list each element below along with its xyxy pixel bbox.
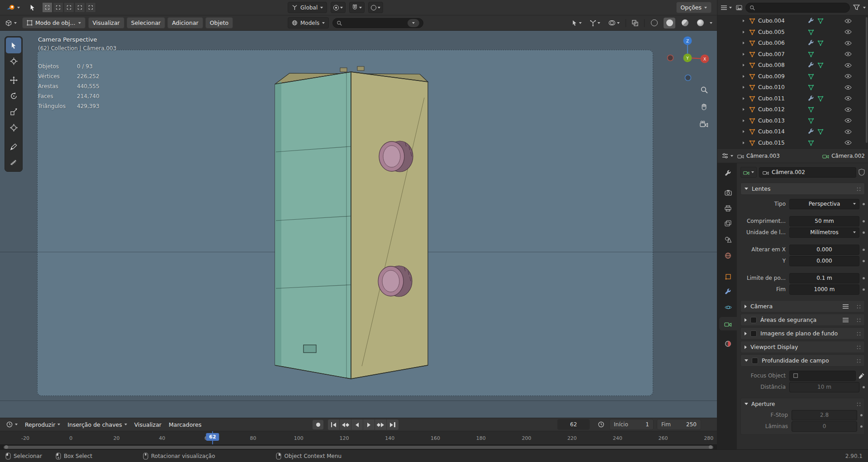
timeline-editor-type-button[interactable]: [4, 419, 20, 430]
outliner-row[interactable]: Cubo.013: [717, 115, 868, 127]
markers-menu[interactable]: Marcadores: [166, 419, 204, 430]
outliner-row[interactable]: Cubo.005: [717, 27, 868, 38]
show-gizmos-dropdown[interactable]: [588, 17, 602, 28]
scrollbar-thumb[interactable]: [4, 446, 713, 449]
expand-chevron-icon[interactable]: [743, 53, 745, 56]
animate-dot[interactable]: [860, 414, 863, 416]
hide-in-viewport-eye-icon[interactable]: [844, 107, 852, 112]
tab-render[interactable]: [719, 186, 737, 199]
mesh-data-icon[interactable]: [808, 118, 814, 124]
jump-to-end-button[interactable]: [387, 420, 398, 430]
outliner-row[interactable]: Cubo.010: [717, 82, 868, 93]
property-value-field[interactable]: Milímetros: [789, 227, 859, 238]
current-frame-field[interactable]: 62: [557, 419, 590, 430]
search-filter-button[interactable]: [408, 19, 419, 27]
animate-dot[interactable]: [863, 288, 865, 291]
tab-world[interactable]: [719, 249, 737, 262]
id-type-dropdown[interactable]: [740, 167, 757, 178]
options-button[interactable]: Opções: [676, 2, 712, 13]
view-menu[interactable]: Visualizar: [132, 419, 164, 430]
camera-view-button[interactable]: [698, 118, 710, 130]
outliner-row[interactable]: Cubo.014: [717, 126, 868, 137]
panel-grip-icon[interactable]: [856, 303, 861, 309]
show-overlays-dropdown[interactable]: [606, 17, 622, 28]
scrollbar-left-handle[interactable]: [5, 445, 8, 449]
property-value-field[interactable]: 1000 m: [789, 284, 859, 295]
property-value-field[interactable]: 0.000: [789, 256, 859, 266]
outliner-row[interactable]: Cubo.012: [717, 104, 868, 115]
next-keyframe-button[interactable]: [375, 420, 387, 430]
panel-grip-icon[interactable]: [856, 186, 861, 192]
fake-user-shield-icon[interactable]: [859, 169, 865, 176]
tab-view-layer[interactable]: [719, 217, 737, 230]
select-mode-extend-button[interactable]: [53, 2, 63, 13]
animate-dot[interactable]: [863, 249, 865, 251]
timeline-ruler[interactable]: -200204060801001201401601802002202402602…: [0, 431, 717, 444]
axis-neg-x-ball[interactable]: [668, 55, 674, 61]
properties-editor-type-button[interactable]: [721, 150, 734, 161]
modifier-wrench-icon[interactable]: [808, 128, 814, 135]
models-dropdown[interactable]: Models: [288, 17, 329, 28]
zoom-button[interactable]: [698, 84, 710, 95]
expand-chevron-icon[interactable]: [743, 86, 745, 89]
outliner-search-input[interactable]: [745, 3, 850, 13]
mesh-data-icon[interactable]: [808, 140, 814, 146]
blades-field[interactable]: 0: [792, 421, 857, 432]
safe-areas-checkbox[interactable]: [750, 317, 757, 323]
auto-keying-button[interactable]: [312, 420, 324, 430]
expand-chevron-icon[interactable]: [743, 64, 745, 66]
active-tool-button[interactable]: [26, 2, 38, 13]
mesh-data-icon[interactable]: [808, 29, 814, 35]
viewport-menu-button[interactable]: Selecionar: [127, 17, 166, 28]
expand-chevron-icon[interactable]: [743, 31, 745, 33]
mesh-data-icon[interactable]: [808, 73, 814, 80]
scrollbar-right-handle[interactable]: [709, 445, 712, 449]
outliner-row[interactable]: Cubo.015: [717, 137, 868, 149]
hide-in-viewport-eye-icon[interactable]: [844, 85, 852, 90]
frame-start-field[interactable]: Início 1: [609, 419, 654, 430]
breadcrumb-data-label[interactable]: Câmera.002: [831, 153, 865, 159]
shading-material-button[interactable]: [679, 18, 691, 28]
expand-chevron-icon[interactable]: [743, 75, 745, 78]
play-reverse-button[interactable]: [351, 420, 363, 430]
use-preview-range-icon[interactable]: [598, 421, 604, 428]
expand-chevron-icon[interactable]: [743, 42, 745, 44]
camera-panel-header[interactable]: Câmera: [740, 300, 865, 312]
panel-grip-icon[interactable]: [856, 401, 861, 407]
panel-grip-icon[interactable]: [856, 344, 861, 350]
outliner-scrollbar[interactable]: [866, 17, 868, 143]
navigation-gizmo[interactable]: Z Y X: [660, 33, 714, 84]
prev-keyframe-button[interactable]: [340, 420, 351, 430]
tab-physics[interactable]: [719, 301, 737, 314]
playhead-badge[interactable]: 62: [206, 433, 219, 441]
chevron-down-icon[interactable]: [863, 7, 866, 9]
property-value-field[interactable]: 50 mm: [789, 216, 859, 226]
editor-type-button[interactable]: [3, 17, 19, 28]
outliner-display-mode-dropdown[interactable]: [720, 2, 733, 13]
panel-menu-icon[interactable]: [843, 304, 849, 309]
animate-dot[interactable]: [863, 203, 865, 205]
panel-grip-icon[interactable]: [856, 330, 861, 336]
animate-dot[interactable]: [860, 425, 863, 428]
outliner-row[interactable]: Cubo.011: [717, 93, 868, 104]
tool-measure[interactable]: [6, 155, 21, 170]
mesh-data-icon[interactable]: [808, 84, 814, 90]
search-input[interactable]: [332, 18, 423, 28]
outliner-row[interactable]: Cubo.006: [717, 38, 868, 49]
lens-panel-header[interactable]: Lentes: [740, 183, 865, 195]
tool-move[interactable]: [6, 72, 21, 88]
mesh-data-icon[interactable]: [808, 51, 814, 57]
viewport-menu-button[interactable]: Objeto: [205, 17, 233, 28]
tab-object-data[interactable]: [719, 317, 737, 330]
dof-panel-header[interactable]: Profundidade de campo: [740, 354, 865, 367]
outliner-row[interactable]: Cubo.009: [717, 71, 868, 82]
modifier-wrench-icon[interactable]: [808, 18, 814, 24]
tab-modifiers[interactable]: [719, 285, 737, 298]
tool-transform[interactable]: [6, 120, 21, 136]
xray-toggle[interactable]: [630, 17, 640, 28]
property-value-field[interactable]: 0.000: [789, 245, 859, 255]
frame-end-field[interactable]: Fim 250: [657, 419, 701, 430]
breadcrumb-object-label[interactable]: Câmera.003: [746, 153, 780, 159]
property-value-field[interactable]: 0.1 m: [789, 273, 859, 283]
hide-in-viewport-eye-icon[interactable]: [844, 129, 852, 134]
